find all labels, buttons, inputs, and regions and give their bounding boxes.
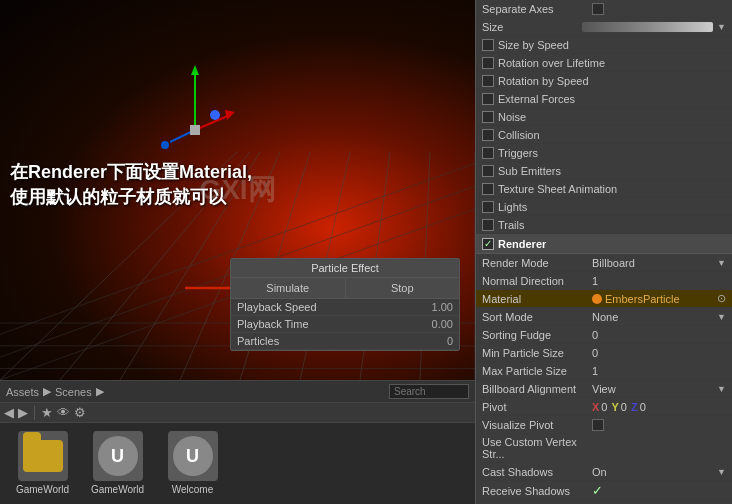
material-expand-icon[interactable]: ⊙	[717, 292, 726, 305]
star-icon[interactable]: ★	[41, 405, 53, 420]
rotation-over-lifetime-label: Rotation over Lifetime	[498, 57, 726, 69]
asset-item-gameworld1[interactable]: GameWorld	[10, 431, 75, 495]
asset-item-gameworld2[interactable]: U GameWorld	[85, 431, 150, 495]
gizmo	[155, 60, 235, 150]
use-custom-row: Use Custom Vertex Str...	[476, 434, 732, 463]
separate-axes-row: Separate Axes	[476, 0, 732, 18]
noise-row[interactable]: Noise	[476, 108, 732, 126]
min-particle-row: Min Particle Size 0	[476, 344, 732, 362]
assets-label: Assets	[6, 386, 39, 398]
trails-check[interactable]	[482, 219, 494, 231]
playback-time-label: Playback Time	[237, 318, 309, 330]
lights-row[interactable]: Lights	[476, 198, 732, 216]
rotation-by-speed-row[interactable]: Rotation by Speed	[476, 72, 732, 90]
texture-sheet-row[interactable]: Texture Sheet Animation	[476, 180, 732, 198]
material-row: Material EmbersParticle ⊙	[476, 290, 732, 308]
asset-label-2: GameWorld	[91, 484, 144, 495]
eye-icon[interactable]: 👁	[57, 405, 70, 420]
inspector: Separate Axes Size ▼ Size by Speed Rotat…	[475, 0, 732, 504]
assets-path: Assets ▶ Scenes ▶	[0, 381, 475, 403]
receive-shadows-checkmark: ✓	[592, 483, 603, 498]
size-gradient[interactable]	[582, 22, 713, 32]
texture-sheet-label: Texture Sheet Animation	[498, 183, 726, 195]
unity-icon-2: U	[168, 431, 218, 481]
collision-label: Collision	[498, 129, 726, 141]
stop-button[interactable]: Stop	[346, 278, 460, 298]
pivot-x-item: X 0	[592, 401, 607, 413]
receive-shadows-row: Receive Shadows ✓	[476, 481, 732, 501]
material-value[interactable]: EmbersParticle	[605, 293, 717, 305]
normal-direction-value: 1	[592, 275, 726, 287]
simulate-button[interactable]: Simulate	[231, 278, 346, 298]
material-dot-icon	[592, 294, 602, 304]
billboard-align-dropdown-icon[interactable]: ▼	[717, 384, 726, 394]
particles-value: 0	[447, 335, 453, 347]
triggers-row[interactable]: Triggers	[476, 144, 732, 162]
pivot-z-value: 0	[640, 401, 646, 413]
cast-shadows-dropdown-icon[interactable]: ▼	[717, 467, 726, 477]
sub-emitters-check[interactable]	[482, 165, 494, 177]
separate-axes-checkbox[interactable]	[592, 3, 604, 15]
pivot-label: Pivot	[482, 401, 592, 413]
sorting-fudge-row: Sorting Fudge 0	[476, 326, 732, 344]
rotation-over-lifetime-row[interactable]: Rotation over Lifetime	[476, 54, 732, 72]
sub-emitters-row[interactable]: Sub Emitters	[476, 162, 732, 180]
noise-label: Noise	[498, 111, 726, 123]
gear-icon[interactable]: ⚙	[74, 405, 86, 420]
render-mode-value: Billboard	[592, 257, 713, 269]
particle-buttons: Simulate Stop	[231, 278, 459, 299]
normal-direction-label: Normal Direction	[482, 275, 592, 287]
particles-row: Particles 0	[231, 333, 459, 350]
texture-sheet-check[interactable]	[482, 183, 494, 195]
size-by-speed-label: Size by Speed	[498, 39, 726, 51]
path-arrow2: ▶	[96, 385, 104, 398]
size-row: Size ▼	[476, 18, 732, 36]
size-by-speed-row[interactable]: Size by Speed	[476, 36, 732, 54]
external-forces-check[interactable]	[482, 93, 494, 105]
collision-row[interactable]: Collision	[476, 126, 732, 144]
visualize-pivot-checkbox[interactable]	[592, 419, 604, 431]
unity-icon-1: U	[93, 431, 143, 481]
cast-shadows-value: On	[592, 466, 713, 478]
collision-check[interactable]	[482, 129, 494, 141]
size-by-speed-check[interactable]	[482, 39, 494, 51]
playback-speed-row: Playback Speed 1.00	[231, 299, 459, 316]
triggers-check[interactable]	[482, 147, 494, 159]
renderer-header[interactable]: ✓ Renderer	[476, 234, 732, 254]
cast-shadows-label: Cast Shadows	[482, 466, 592, 478]
rotation-by-speed-check[interactable]	[482, 75, 494, 87]
size-dropdown-icon[interactable]: ▼	[717, 22, 726, 32]
playback-time-row: Playback Time 0.00	[231, 316, 459, 333]
asset-search-input[interactable]	[389, 384, 469, 399]
sorting-fudge-label: Sorting Fudge	[482, 329, 592, 341]
receive-shadows-label: Receive Shadows	[482, 485, 592, 497]
pivot-x-axis: X	[592, 401, 599, 413]
back-icon[interactable]: ◀	[4, 405, 14, 420]
renderer-check[interactable]: ✓	[482, 238, 494, 250]
asset-item-welcome[interactable]: U Welcome	[160, 431, 225, 495]
visualize-pivot-row: Visualize Pivot	[476, 416, 732, 434]
pivot-y-axis: Y	[611, 401, 618, 413]
material-label: Material	[482, 293, 592, 305]
overlay-line1: 在Renderer下面设置Material,	[10, 160, 252, 185]
triggers-label: Triggers	[498, 147, 726, 159]
render-mode-row: Render Mode Billboard ▼	[476, 254, 732, 272]
forward-icon[interactable]: ▶	[18, 405, 28, 420]
svg-rect-21	[190, 125, 200, 135]
min-particle-label: Min Particle Size	[482, 347, 592, 359]
renderer-label: Renderer	[498, 238, 546, 250]
sort-mode-dropdown-icon[interactable]: ▼	[717, 312, 726, 322]
external-forces-row[interactable]: External Forces	[476, 90, 732, 108]
folder-icon-1	[18, 431, 68, 481]
lights-check[interactable]	[482, 201, 494, 213]
noise-check[interactable]	[482, 111, 494, 123]
render-mode-dropdown-icon[interactable]: ▼	[717, 258, 726, 268]
rotation-over-lifetime-check[interactable]	[482, 57, 494, 69]
trails-label: Trails	[498, 219, 726, 231]
cast-shadows-row: Cast Shadows On ▼	[476, 463, 732, 481]
pivot-z-axis: Z	[631, 401, 638, 413]
trails-row[interactable]: Trails	[476, 216, 732, 234]
sort-mode-row: Sort Mode None ▼	[476, 308, 732, 326]
pivot-y-value: 0	[621, 401, 627, 413]
separate-axes-label: Separate Axes	[482, 3, 592, 15]
